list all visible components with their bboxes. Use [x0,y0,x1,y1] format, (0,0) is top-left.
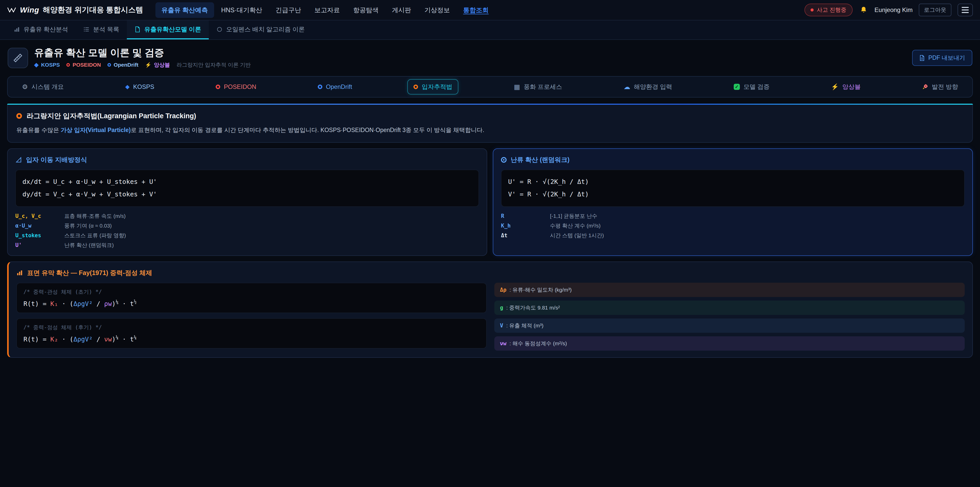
legend-row: α·U_w 풍류 기여 (α ≈ 0.03) [15,222,479,229]
tab-label: 오일펜스 배치 알고리즘 이론 [226,25,305,34]
lightning-icon: ⚡ [145,62,151,67]
page-icon [8,48,28,68]
legend-key: Δt [501,232,550,238]
logout-button[interactable]: 로그아웃 [919,3,951,16]
nav-item-aerial-search[interactable]: 항공탐색 [347,2,385,18]
fay-def-row: V : 유출 체적 (m³) [494,318,965,333]
opendrift-circle-icon [107,63,111,67]
legend-key: U_c, V_c [15,213,64,219]
section-nav-item-kosps[interactable]: ◆ KOSPS [119,80,161,94]
nav-item-emergency-rescue[interactable]: 긴급구난 [269,2,307,18]
fay-code-block-viscous: /* 중력-점성 체제 (후기) */ R(t) = K₂ · (ΔρgV² /… [16,318,487,348]
fay-def-row: νw : 해수 동점성계수 (m²/s) [494,336,965,351]
def-desc: : 중력가속도 9.81 m/s² [506,304,560,311]
tab-label: 유출유확산모델 이론 [144,25,201,34]
incident-status-badge[interactable]: 사고 진행중 [804,3,853,16]
nav-item-board[interactable]: 게시판 [386,2,417,18]
fay-def-row: Δρ : 유류-해수 밀도차 (kg/m³) [494,283,965,297]
nav-item-hns-dispersion[interactable]: HNS·대기확산 [215,2,269,18]
governing-title: 입자 이동 지배방정식 [26,155,87,164]
legend-desc: [-1,1] 균등분포 난수 [550,212,597,220]
section-nav-item-opendrift[interactable]: OpenDrift [312,80,358,94]
tab-label: 분석 목록 [93,25,119,34]
tab-diffusion-model-theory[interactable]: 유출유확산모델 이론 [127,21,209,39]
list-icon [83,26,89,32]
section-nav-item-future-direction[interactable]: 발전 방향 [916,79,964,94]
tab-spill-analysis[interactable]: 유출유 확산분석 [6,21,76,39]
code-line: V' = R · √(2K_h / Δt) [508,188,958,201]
code-line: dy/dt = V_c + α·V_w + V_stokes + V' [22,188,472,201]
randomwalk-legend: R [-1,1] 균등분포 난수 K_h 수평 확산 계수 (m²/s) Δt … [501,212,965,239]
nav-item-reports[interactable]: 보고자료 [308,2,346,18]
def-desc: : 유류-해수 밀도차 (kg/m³) [509,286,572,294]
def-key: Δρ [500,287,506,293]
intro-title: 라그랑지안 입자추적법(Lagrangian Particle Tracking… [27,111,196,121]
def-key: V [500,323,503,329]
intro-title-row: 라그랑지안 입자추적법(Lagrangian Particle Tracking… [16,111,964,121]
gear-icon: ⚙ [22,83,28,90]
tab-label: 유출유 확산분석 [24,25,68,34]
section-nav-item-weathering-process[interactable]: ▦ 풍화 프로세스 [508,79,568,94]
governing-legend: U_c, V_c 표층 해류·조류 속도 (m/s) α·U_w 풍류 기여 (… [15,212,479,249]
header-note: 라그랑지안 입자추적 이론 기반 [177,61,251,69]
badge-kosps: ◆ KOSPS [34,62,60,68]
hamburger-icon [962,7,969,13]
page-title: 유출유 확산 모델 이론 및 검증 [34,48,251,58]
main-nav: 유출유 확산예측 HNS·대기확산 긴급구난 보고자료 항공탐색 게시판 기상정… [156,2,495,18]
fay-spreading-card: 표면 유막 확산 — Fay(1971) 중력-점성 체제 /* 중력-관성 체… [7,262,973,358]
target-icon [501,157,507,163]
fay-code-column: /* 중력-관성 체제 (초기) */ R(t) = K₁ · (ΔρgV² /… [16,283,487,348]
code-line: dx/dt = U_c + α·U_w + U_stokes + U' [22,176,472,188]
model-badges: ◆ KOSPS POSEIDON OpenDrift ⚡ 앙상블 라그랑지안 입… [34,61,251,69]
virtual-particle-highlight: 가상 입자(Virtual Particle) [61,127,130,133]
section-nav-item-model-validation[interactable]: ✓ 모델 검증 [728,79,776,94]
fay-formula-viscous: R(t) = K₂ · (ΔρgV² / νw)¼ · t¼ [24,335,479,343]
def-desc: : 해수 동점성계수 (m²/s) [509,340,567,347]
legend-row: U_c, V_c 표층 해류·조류 속도 (m/s) [15,212,479,220]
status-dot-icon [811,8,814,11]
pdf-export-button[interactable]: PDF 내보내기 [912,50,972,66]
bar-chart-icon [16,270,23,276]
brand[interactable]: Wing 해양환경 위기대응 통합시스템 [7,5,143,15]
section-nav-item-marine-env-input[interactable]: ☁ 해양환경 입력 [617,79,678,94]
legend-key: U_stokes [15,232,64,238]
section-nav-item-particle-tracking[interactable]: 입자추적법 [407,79,458,94]
legend-row: R [-1,1] 균등분포 난수 [501,212,965,220]
fay-definitions: Δρ : 유류-해수 밀도차 (kg/m³) g : 중력가속도 9.81 m/… [494,283,965,351]
legend-row: Δt 시간 스텝 (일반 1시간) [501,232,965,239]
nav-item-weather-info[interactable]: 기상정보 [418,2,456,18]
legend-desc: 표층 해류·조류 속도 (m/s) [64,212,126,220]
legend-key: α·U_w [15,223,64,229]
fay-formula-inertial: R(t) = K₁ · (ΔρgV² / ρw)⅙ · t½ [24,299,479,308]
fay-title: 표면 유막 확산 — Fay(1971) 중력-점성 체제 [27,269,152,277]
tab-oil-fence-theory[interactable]: 오일펜스 배치 알고리즘 이론 [209,21,312,39]
rocket-icon [922,84,928,90]
cloud-icon: ☁ [624,83,630,90]
notifications-button[interactable] [859,5,869,15]
legend-desc: 난류 확산 (랜덤워크) [64,241,114,249]
section-nav-item-poseidon[interactable]: POSEIDON [210,80,262,94]
nav-item-integrated-search[interactable]: 통합조회 [457,2,495,18]
section-nav-item-system-overview[interactable]: ⚙ 시스템 개요 [16,79,70,94]
def-key: νw [500,340,506,346]
code-comment: /* 중력-관성 체제 (초기) */ [24,288,479,295]
bell-icon [860,6,867,14]
topbar: Wing 해양환경 위기대응 통합시스템 유출유 확산예측 HNS·대기확산 긴… [0,0,980,21]
nav-item-oil-spill-prediction[interactable]: 유출유 확산예측 [156,2,214,18]
tab-bar: 유출유 확산분석 분석 목록 유출유확산모델 이론 오일펜스 배치 알고리즘 이… [0,21,980,40]
tab-analysis-list[interactable]: 분석 목록 [76,21,127,39]
particle-ring-icon [414,85,418,89]
opendrift-ring-icon [318,85,322,89]
menu-button[interactable] [958,3,973,16]
topbar-right: 사고 진행중 Eunjeong Kim 로그아웃 [804,3,973,16]
document-icon [135,26,141,33]
kosps-diamond-icon: ◆ [34,62,38,68]
legend-key: U' [15,242,64,248]
fay-code-block-inertial: /* 중력-관성 체제 (초기) */ R(t) = K₁ · (ΔρgV² /… [16,283,487,313]
section-nav-item-ensemble[interactable]: ⚡ 앙상블 [825,79,867,94]
badge-ensemble: ⚡ 앙상블 [145,61,170,69]
user-name[interactable]: Eunjeong Kim [875,6,913,14]
legend-row: U' 난류 확산 (랜덤워크) [15,241,479,249]
code-line: U' = R · √(2K_h / Δt) [508,176,958,188]
fay-title-row: 표면 유막 확산 — Fay(1971) 중력-점성 체제 [16,269,965,277]
